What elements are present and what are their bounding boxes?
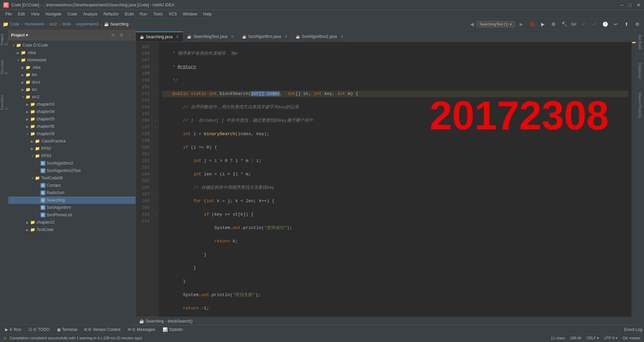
bottom-tab-messages[interactable]: ✉ 0: Messages: [124, 327, 159, 333]
debug-button[interactable]: 🐞: [528, 20, 536, 28]
tab-close-sortalgorithm[interactable]: ✕: [284, 35, 287, 39]
tree-item-bin[interactable]: ▶ 📁 bin: [8, 71, 136, 78]
bottom-tab-run[interactable]: ▶ 4: Run: [2, 327, 24, 333]
breadcrumb-searching[interactable]: Searching: [110, 22, 128, 26]
breadcrumb-file-name[interactable]: Searching: [146, 319, 164, 324]
line-ending-selector[interactable]: CRLF ▾: [586, 336, 599, 340]
tree-item-sortalgorithm[interactable]: ▶ C SortAlgorithm: [8, 204, 136, 211]
close-button[interactable]: ✕: [637, 2, 641, 8]
project-refresh-button[interactable]: ⟳: [110, 32, 117, 39]
tab-searchingtest[interactable]: ☕ SearchingTest.java ✕: [183, 32, 238, 42]
tree-item-contact[interactable]: ▶ C Contact: [8, 182, 136, 189]
tab-close-sortalgorithm2[interactable]: ✕: [340, 35, 343, 39]
tree-item-src[interactable]: ▶ 📁 src: [8, 86, 136, 93]
project-settings-button[interactable]: ⚙: [118, 32, 125, 39]
run-config-selector[interactable]: SearchingTest (1) ▾: [477, 21, 515, 27]
tree-item-code-root[interactable]: ▾ 📁 Code D:\Code: [8, 42, 136, 49]
breadcrumb-test4[interactable]: test4: [62, 22, 71, 26]
tree-label-textcode09: TextCode09: [41, 176, 63, 180]
tree-item-chapter05[interactable]: ▶ 📁 chapter05: [8, 115, 136, 123]
breadcrumb-experiment3[interactable]: experiment3: [76, 22, 99, 26]
tree-item-textcode09[interactable]: ▾ 📁 TextCode09: [8, 174, 136, 182]
fold-icon-210[interactable]: −: [155, 213, 157, 217]
charset-selector[interactable]: UTF-8 ▾: [604, 336, 618, 340]
tree-item-src2[interactable]: ▾ 📁 src2: [8, 93, 136, 101]
event-log-button[interactable]: Event Log: [624, 327, 642, 332]
project-collapse-button[interactable]: −: [126, 32, 133, 39]
fold-icon-188[interactable]: −: [155, 65, 157, 69]
menu-navigate[interactable]: Navigate: [43, 11, 64, 17]
tree-item-textcode[interactable]: ▶ 📁 TextCode: [8, 226, 136, 233]
menu-analyze[interactable]: Analyze: [80, 11, 100, 17]
bottom-tab-statistic[interactable]: 📊 Statistic: [159, 327, 186, 333]
tree-item-homework[interactable]: ▾ 📁 Homework: [8, 56, 136, 64]
tab-searching[interactable]: ☕ Searching.java ✕: [136, 32, 183, 42]
sidebar-favorites-icon[interactable]: 2: Favorites: [1, 96, 7, 109]
menu-vcs[interactable]: VCS: [166, 11, 180, 17]
breadcrumb-src2[interactable]: src2: [49, 22, 57, 26]
bottom-tab-todo[interactable]: ☑ 6: TODO: [25, 327, 53, 333]
menu-refactor[interactable]: Refactor: [101, 11, 121, 17]
vcs-history-button[interactable]: 🕐: [601, 20, 609, 28]
tree-item-pp92[interactable]: ▶ 📁 PP92: [8, 145, 136, 152]
menu-run[interactable]: Run: [137, 11, 150, 17]
run-button[interactable]: ▶: [518, 20, 526, 28]
tree-item-pp93[interactable]: ▾ 📁 PP93: [8, 152, 136, 160]
menu-file[interactable]: File: [3, 11, 14, 17]
tree-item-docs[interactable]: ▶ 📁 docs: [8, 78, 136, 86]
tab-close-searchingtest[interactable]: ✕: [231, 35, 234, 39]
fold-icon-197[interactable]: −: [155, 126, 157, 129]
breadcrumb-homework[interactable]: Homework: [25, 22, 44, 26]
fold-icon-207[interactable]: −: [155, 193, 157, 196]
tree-item-chapter04[interactable]: ▶ 📁 chapter04: [8, 108, 136, 115]
tab-close-searching[interactable]: ✕: [176, 35, 179, 39]
position-indicator[interactable]: 188:46: [570, 336, 582, 340]
tree-item-chapter09[interactable]: ▾ 📁 chapter09: [8, 130, 136, 137]
window-controls[interactable]: ─ □ ✕: [621, 2, 641, 8]
tree-item-radixsort[interactable]: ▶ C RadixSort: [8, 189, 136, 196]
tree-item-idea[interactable]: ▶ 📁 .idea: [8, 49, 136, 56]
build-button[interactable]: 🔨: [560, 20, 569, 28]
fold-icon-192[interactable]: −: [155, 92, 157, 96]
tree-item-sortphonelist[interactable]: ▶ C SortPhoneList: [8, 211, 136, 219]
database-panel-icon[interactable]: Database: [638, 60, 642, 81]
breadcrumb-method[interactable]: blockSearch(): [168, 319, 193, 324]
vcs-commit-button[interactable]: ✓: [590, 20, 598, 28]
tree-item-classpractice[interactable]: ▶ 📁 ClassPractice: [8, 137, 136, 145]
tree-item-searching[interactable]: ▶ C Searching: [8, 196, 136, 204]
sidebar-structure-icon[interactable]: 2: Structure: [1, 60, 7, 74]
fold-icon-196[interactable]: −: [155, 119, 157, 123]
settings-button[interactable]: ⚙: [633, 20, 641, 28]
menu-code[interactable]: Code: [65, 11, 80, 17]
maven-panel-icon[interactable]: Maven Projects: [638, 90, 642, 121]
menu-help[interactable]: Help: [201, 11, 214, 17]
tree-item-sortalgorithm2[interactable]: ▶ C SortAlgorithm2: [8, 160, 136, 167]
menu-view[interactable]: View: [28, 11, 42, 17]
folder-icon-chapter04: 📁: [30, 109, 35, 114]
back-icon[interactable]: ◀: [470, 21, 474, 27]
vcs-update-button[interactable]: ✓: [580, 20, 588, 28]
menu-build[interactable]: Build: [122, 11, 137, 17]
coverage-button[interactable]: ▶: [539, 20, 547, 28]
menu-window[interactable]: Window: [180, 11, 200, 17]
tree-item-sortalgorithm2test[interactable]: ▶ C SortAlgorithm2Test: [8, 167, 136, 174]
maximize-button[interactable]: □: [629, 2, 632, 8]
tab-sortalgorithm[interactable]: ☕ SortAlgorithm.java ✕: [238, 32, 292, 42]
tree-item-idea2[interactable]: ▶ 📁 .idea: [8, 64, 136, 71]
breadcrumb-code[interactable]: Code: [10, 22, 19, 26]
vcs-push-button[interactable]: ⬆: [623, 20, 631, 28]
menu-tools[interactable]: Tools: [151, 11, 165, 17]
menu-edit[interactable]: Edit: [15, 11, 28, 17]
bottom-tab-terminal[interactable]: ▣ Terminal: [54, 327, 80, 333]
code-text[interactable]: * 顺序表中各块的长度相等，为m * @return */ public sta…: [159, 42, 632, 317]
ant-build-panel-icon[interactable]: Ant Build: [638, 32, 642, 52]
minimize-button[interactable]: ─: [621, 2, 624, 8]
tree-item-chapter10[interactable]: ▶ 📁 chapter10: [8, 219, 136, 226]
profile-button[interactable]: ⚙: [550, 20, 558, 28]
tree-item-chapter03[interactable]: ▶ 📁 chapter03: [8, 101, 136, 108]
bottom-tab-vcs[interactable]: ⑆ 9: Version Control: [81, 327, 123, 333]
vcs-revert-button[interactable]: ↩: [612, 20, 620, 28]
sidebar-project-icon[interactable]: 1: Project: [1, 32, 7, 45]
tab-sortalgorithm2[interactable]: ☕ SortAlgorithm2.java ✕: [292, 32, 348, 42]
tree-item-chapter06[interactable]: ▶ 📁 chapter06: [8, 123, 136, 130]
